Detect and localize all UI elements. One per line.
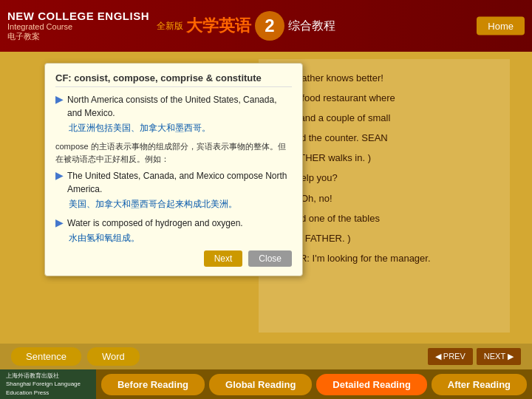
header-logo: 全新版 大学英语 2 综合教程 [157, 11, 335, 41]
popup-next-button[interactable]: Next [204, 250, 243, 267]
popup-button-row: Next Close [55, 250, 292, 267]
publisher-text: 上海外语教育出版社 Shanghai Foreign Language Educ… [6, 372, 90, 397]
app-label-elec: 电子教案 [7, 31, 149, 42]
app-header: NEW COLLEGE ENGLISH Integrated Course 电子… [0, 0, 532, 52]
vocabulary-popup: CF: consist, compose, comprise & constit… [44, 63, 303, 276]
detailed-reading-button[interactable]: Detailed Reading [316, 374, 426, 395]
global-reading-button[interactable]: Global Reading [209, 374, 312, 395]
popup-item-2-header: ▶ The United States, Canada, and Mexico … [55, 169, 292, 196]
after-reading-button[interactable]: After Reading [432, 374, 527, 395]
popup-note: compose 的主语表示事物的组成部分，宾语表示事物的整体。但在被动语态中正好… [55, 140, 292, 165]
home-button[interactable]: Home [477, 17, 525, 35]
popup-item-1: ▶ North America consists of the United S… [55, 93, 292, 134]
publisher-en: Shanghai Foreign Language Education Pres… [6, 380, 90, 396]
sentence-button[interactable]: Sentence [11, 347, 81, 366]
publisher-cn: 上海外语教育出版社 [6, 372, 90, 380]
footer-nav-wrapper: 上海外语教育出版社 Shanghai Foreign Language Educ… [0, 369, 532, 399]
sentence-word-bar: Sentence Word ◀ PREV NEXT ▶ [0, 344, 532, 369]
text-line-2: he fast-food restaurant where [270, 90, 499, 106]
word-button[interactable]: Word [87, 347, 140, 366]
header-cn-title: 大学英语 [186, 15, 251, 37]
header-cn-subtitle: 综合教程 [288, 18, 335, 34]
popup-item-3-cn: 水由氢和氧组成。 [69, 231, 292, 245]
text-line-1: ison ) Father knows better! [270, 70, 499, 86]
before-reading-button[interactable]: Before Reading [101, 374, 205, 395]
prev-button[interactable]: ◀ PREV [428, 348, 473, 365]
app-subtitle: Integrated Course [7, 22, 149, 31]
header-badge-number: 2 [255, 11, 284, 41]
popup-arrow-icon-3: ▶ [55, 216, 64, 228]
next-button[interactable]: NEXT ▶ [477, 348, 521, 365]
popup-item-3-header: ▶ Water is composed of hydrogen and oxyg… [55, 216, 292, 230]
sw-button-group: Sentence Word [11, 347, 140, 366]
text-line-3: ounter and a couple of small [270, 110, 499, 126]
text-line-4: s behind the counter. SEAN [270, 130, 499, 146]
popup-item-1-cn: 北亚洲包括美国、加拿大和墨西哥。 [69, 121, 292, 134]
popup-item-2: ▶ The United States, Canada, and Mexico … [55, 169, 292, 211]
text-line-9: s behind one of the tables [270, 211, 499, 227]
main-content-area: ison ) Father knows better! he fast-food… [0, 52, 532, 344]
popup-arrow-icon-1: ▶ [55, 93, 64, 105]
text-line-8: imself) Oh, no! [270, 191, 499, 207]
popup-item-1-header: ▶ North America consists of the United S… [55, 93, 292, 120]
popup-close-button[interactable]: Close [248, 250, 292, 267]
header-tag: 全新版 [157, 20, 183, 33]
popup-arrow-icon-2: ▶ [55, 169, 64, 181]
text-line-10: de from FATHER. ) [270, 231, 499, 247]
popup-item-3-text: Water is composed of hydrogen and oxygen… [67, 216, 243, 230]
publisher-block: 上海外语教育出版社 Shanghai Foreign Language Educ… [0, 369, 96, 399]
text-line-6: May I help you? [270, 170, 499, 186]
prev-next-buttons: ◀ PREV NEXT ▶ [428, 348, 521, 365]
popup-item-2-cn: 美国、加拿大和墨西哥合起来构成北美洲。 [69, 197, 292, 211]
popup-title: CF: consist, compose, comprise & constit… [55, 72, 292, 87]
text-line-11: FATHER: I'm looking for the manager. [270, 250, 499, 267]
popup-note-text: 的主语表示事物的组成部分，宾语表示事物的整体。但在被动语态中正好相反。例如： [55, 142, 286, 163]
header-title-block: NEW COLLEGE ENGLISH Integrated Course 电子… [7, 10, 149, 42]
app-title-en: NEW COLLEGE ENGLISH [7, 10, 149, 22]
popup-item-2-text: The United States, Canada, and Mexico co… [67, 169, 292, 196]
popup-note-label: compose [55, 142, 89, 151]
popup-item-3: ▶ Water is composed of hydrogen and oxyg… [55, 216, 292, 245]
text-line-5: hen FATHER walks in. ) [270, 150, 499, 166]
popup-item-1-text: North America consists of the United Sta… [67, 93, 292, 120]
